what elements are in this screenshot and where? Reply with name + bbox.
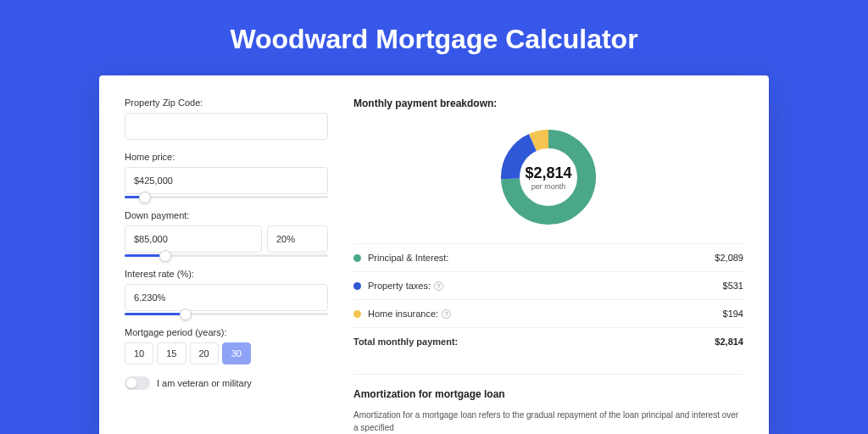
donut-chart: $2,814 per month bbox=[498, 126, 599, 228]
breakdown-title: Monthly payment breakdown: bbox=[353, 97, 743, 109]
amortization-title: Amortization for mortgage loan bbox=[353, 388, 743, 400]
legend-row-principal: Principal & Interest: $2,089 bbox=[353, 244, 743, 272]
legend-amount: $194 bbox=[723, 309, 743, 319]
legend-label: Principal & Interest: bbox=[368, 253, 715, 263]
donut-center: $2,814 per month bbox=[525, 164, 571, 191]
legend-dot bbox=[353, 282, 361, 290]
slider-thumb[interactable] bbox=[159, 250, 171, 262]
down-payment-label: Down payment: bbox=[125, 210, 328, 220]
period-pill-group: 10 15 20 30 bbox=[125, 342, 328, 364]
calculator-card: Property Zip Code: Home price: Down paym… bbox=[99, 75, 769, 434]
amortization-section: Amortization for mortgage loan Amortizat… bbox=[353, 374, 743, 434]
home-price-field: Home price: bbox=[125, 152, 328, 198]
down-payment-field: Down payment: bbox=[125, 210, 328, 257]
period-option-10[interactable]: 10 bbox=[125, 342, 153, 364]
interest-input[interactable] bbox=[125, 284, 328, 311]
legend-dot bbox=[353, 310, 361, 318]
interest-label: Interest rate (%): bbox=[125, 269, 328, 279]
total-label: Total monthly payment: bbox=[353, 337, 715, 347]
legend-row-insurance: Home insurance: ? $194 bbox=[353, 300, 743, 328]
home-price-slider[interactable] bbox=[125, 196, 328, 198]
legend-row-total: Total monthly payment: $2,814 bbox=[353, 328, 743, 355]
veteran-label: I am veteran or military bbox=[157, 378, 252, 388]
info-icon[interactable]: ? bbox=[442, 309, 451, 319]
veteran-toggle[interactable] bbox=[125, 376, 150, 390]
form-column: Property Zip Code: Home price: Down paym… bbox=[125, 97, 328, 434]
amortization-text: Amortization for a mortgage loan refers … bbox=[353, 409, 743, 434]
legend: Principal & Interest: $2,089 Property ta… bbox=[353, 243, 743, 355]
legend-label: Home insurance: ? bbox=[368, 309, 723, 319]
home-price-input[interactable] bbox=[125, 167, 328, 194]
legend-label: Property taxes: ? bbox=[368, 281, 723, 291]
zip-input[interactable] bbox=[125, 113, 328, 140]
veteran-row: I am veteran or military bbox=[125, 376, 328, 390]
period-option-15[interactable]: 15 bbox=[157, 342, 186, 364]
home-price-label: Home price: bbox=[125, 152, 328, 162]
donut-wrap: $2,814 per month bbox=[353, 120, 743, 243]
zip-field: Property Zip Code: bbox=[125, 97, 328, 140]
down-payment-slider[interactable] bbox=[125, 254, 328, 257]
down-payment-pct-input[interactable] bbox=[267, 225, 328, 253]
period-option-30[interactable]: 30 bbox=[222, 342, 251, 364]
interest-slider[interactable] bbox=[125, 313, 328, 315]
total-amount: $2,814 bbox=[715, 337, 743, 347]
zip-label: Property Zip Code: bbox=[125, 97, 328, 108]
legend-amount: $531 bbox=[723, 281, 743, 291]
down-payment-amount-input[interactable] bbox=[125, 225, 262, 253]
legend-row-taxes: Property taxes: ? $531 bbox=[353, 272, 743, 300]
legend-dot bbox=[353, 254, 361, 262]
slider-thumb[interactable] bbox=[180, 309, 192, 320]
period-field: Mortgage period (years): 10 15 20 30 bbox=[125, 327, 328, 364]
page-title: Woodward Mortgage Calculator bbox=[0, 0, 868, 75]
info-icon[interactable]: ? bbox=[434, 281, 443, 291]
slider-thumb[interactable] bbox=[139, 192, 151, 203]
donut-sub: per month bbox=[525, 182, 571, 191]
period-label: Mortgage period (years): bbox=[125, 327, 328, 337]
interest-field: Interest rate (%): bbox=[125, 269, 328, 315]
legend-amount: $2,089 bbox=[715, 253, 743, 263]
toggle-knob bbox=[126, 378, 136, 388]
results-column: Monthly payment breakdown: $2,814 per mo… bbox=[353, 97, 743, 434]
donut-value: $2,814 bbox=[525, 164, 571, 182]
period-option-20[interactable]: 20 bbox=[190, 342, 219, 364]
